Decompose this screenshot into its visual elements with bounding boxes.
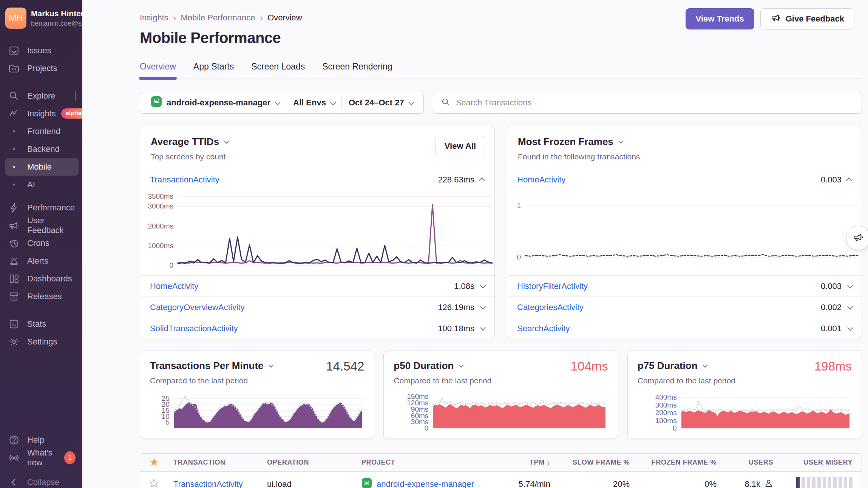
row-value: 228.63ms (438, 175, 474, 185)
sidebar-item-releases[interactable]: Releases (5, 287, 79, 305)
tab-screen-rendering[interactable]: Screen Rendering (322, 62, 392, 79)
sidebar-item-frontend[interactable]: Frontend (5, 122, 79, 140)
transaction-link[interactable]: TransactionActivity (150, 175, 219, 185)
row-value: 126.19ms (438, 303, 474, 312)
sidebar-item-label: AI (27, 180, 35, 190)
ttid-row-home-activity[interactable]: HomeActivity 1.08s (140, 275, 494, 297)
project-link[interactable]: android-expense-manager (377, 479, 474, 488)
transaction-link[interactable]: HomeActivity (517, 175, 565, 185)
gear-icon (8, 336, 20, 347)
panel-title[interactable]: Most Frozen Frames (518, 136, 851, 148)
sidebar-item-label: Collapse (27, 477, 60, 487)
inbox-icon (8, 45, 20, 56)
table-row[interactable]: TransactionActivity ui.load android-expe… (140, 472, 862, 488)
frozen-row-home-activity[interactable]: HomeActivity 0.003 (507, 169, 862, 190)
transactions-table: TRANSACTION OPERATION PROJECT TPM ↓ SLOW… (140, 453, 862, 488)
frozen-row-history-filter-activity[interactable]: HistoryFilterActivity 0.003 (507, 275, 862, 297)
sidebar-item-performance[interactable]: Performance (5, 199, 79, 216)
sidebar-item-settings[interactable]: Settings (5, 333, 79, 351)
frozen-row-categories-activity[interactable]: CategoriesActivity 0.002 (507, 297, 862, 318)
sidebar-item-explore[interactable]: Explore (5, 87, 79, 105)
feedback-fab[interactable] (846, 226, 868, 250)
broadcast-icon (8, 452, 20, 463)
sidebar-item-projects[interactable]: Projects (5, 59, 79, 77)
chevron-up-icon[interactable] (479, 178, 485, 184)
sidebar-spacer (5, 305, 79, 315)
p50-duration-panel: p50 Duration Compared to the last period… (383, 351, 618, 439)
breadcrumb-mobile-performance[interactable]: Mobile Performance (181, 13, 255, 23)
panel-subtitle: Compared to the last period (638, 376, 852, 385)
panel-title[interactable]: Average TTIDs (151, 136, 484, 148)
sidebar-item-user-feedback[interactable]: User Feedback (5, 216, 79, 234)
project-selector[interactable]: android-expense-manager (144, 96, 286, 110)
chevron-down-icon[interactable] (480, 325, 486, 331)
chevron-down-icon[interactable] (847, 283, 853, 289)
chevron-down-icon (618, 139, 623, 144)
chevron-down-icon[interactable] (847, 304, 853, 310)
avatar[interactable]: MH (5, 8, 26, 29)
tab-app-starts[interactable]: App Starts (193, 62, 234, 79)
sidebar-item-backend[interactable]: Backend (5, 140, 79, 158)
date-range-selector[interactable]: Oct 24–Oct 27 (342, 98, 420, 108)
tab-overview[interactable]: Overview (140, 62, 176, 79)
column-header-operation[interactable]: OPERATION (267, 459, 361, 466)
chevron-down-icon (224, 139, 229, 144)
chevron-down-icon[interactable] (480, 304, 486, 310)
column-header-users[interactable]: USERS (717, 459, 773, 466)
sidebar-item-issues[interactable]: Issues (5, 42, 79, 59)
sidebar-item-label: Performance (27, 203, 75, 213)
sidebar-item-ai[interactable]: AI (5, 176, 79, 193)
transaction-link[interactable]: HomeActivity (150, 281, 198, 291)
transaction-link[interactable]: CategoryOverviewActivity (150, 303, 245, 312)
column-header-frozen-frame[interactable]: FROZEN FRAME % (630, 459, 717, 466)
project-cell[interactable]: android-expense-manager (361, 478, 486, 488)
ttid-row-category-overview-activity[interactable]: CategoryOverviewActivity 126.19ms (140, 297, 494, 318)
chevron-up-icon[interactable] (846, 178, 852, 184)
sidebar-item-whats-new[interactable]: What's new 1 (5, 449, 79, 466)
column-header-project[interactable]: PROJECT (361, 459, 486, 466)
transaction-link[interactable]: HistoryFilterActivity (517, 281, 588, 291)
archive-icon (8, 291, 20, 302)
column-header-user-misery[interactable]: USER MISERY (773, 459, 853, 466)
column-header-tpm[interactable]: TPM ↓ (486, 459, 550, 466)
sidebar-item-stats[interactable]: Stats (5, 315, 79, 333)
sidebar-item-dashboards[interactable]: Dashboards (5, 270, 79, 287)
chevron-down-icon[interactable] (480, 283, 486, 289)
transaction-link[interactable]: TransactionActivity (173, 479, 267, 488)
environment-selector[interactable]: All Envs (286, 98, 341, 108)
ttid-row-transaction-activity[interactable]: TransactionActivity 228.63ms (140, 169, 494, 190)
view-trends-button[interactable]: View Trends (686, 8, 754, 29)
sidebar-item-help[interactable]: Help (5, 431, 79, 449)
main-content: View Trends Give Feedback Insights › Mob… (82, 0, 868, 488)
sort-arrow-icon: ↓ (547, 459, 550, 466)
column-header-slow-frame[interactable]: SLOW FRAME % (550, 459, 630, 466)
sidebar-item-crons[interactable]: Crons (5, 234, 79, 252)
view-all-button[interactable]: View All (435, 136, 485, 156)
sidebar-item-insights[interactable]: Insights alpha (5, 105, 79, 122)
search-transactions-input[interactable] (456, 98, 854, 108)
chevron-down-icon[interactable] (847, 325, 853, 331)
sidebar-item-label: Dashboards (27, 274, 72, 284)
star-outline-icon[interactable] (149, 478, 173, 488)
sidebar-item-alerts[interactable]: Alerts (5, 252, 79, 270)
star-icon[interactable] (149, 457, 173, 468)
give-feedback-button[interactable]: Give Feedback (760, 8, 854, 29)
sidebar-collapse-button[interactable]: Collapse (5, 473, 79, 488)
tab-screen-loads[interactable]: Screen Loads (251, 62, 305, 79)
transaction-link[interactable]: SolidTransactionActivity (150, 324, 238, 334)
ttid-row-solid-transaction-activity[interactable]: SolidTransactionActivity 100.18ms (140, 318, 494, 339)
user-icon (764, 479, 773, 488)
megaphone-icon (8, 220, 20, 231)
breadcrumb-insights[interactable]: Insights (140, 13, 168, 23)
sidebar-item-mobile[interactable]: Mobile (5, 158, 79, 176)
column-header-transaction[interactable]: TRANSACTION (173, 459, 267, 466)
sidebar-item-label: Issues (27, 46, 51, 56)
frozen-row-search-activity[interactable]: SearchActivity 0.001 (507, 318, 862, 339)
filter-bar: android-expense-manager All Envs Oct 24–… (140, 92, 862, 114)
user-menu[interactable]: MH Markus Hinterst… benjamin.coe@sent… (5, 8, 79, 29)
transaction-link[interactable]: CategoriesActivity (517, 303, 584, 312)
transaction-link[interactable]: SearchActivity (517, 324, 570, 334)
sidebar-spacer (5, 193, 79, 199)
search-transactions-box[interactable] (433, 92, 862, 114)
chevron-down-icon (703, 363, 707, 368)
